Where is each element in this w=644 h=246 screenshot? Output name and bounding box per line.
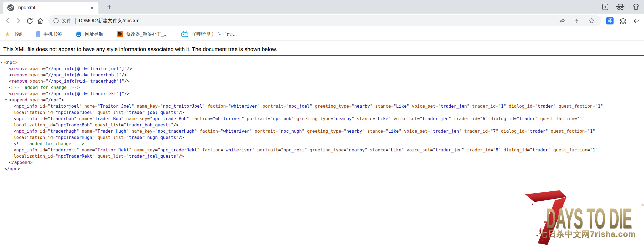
xml-attribute-value: trader_joel_quests — [129, 154, 176, 159]
xml-attribute-value: 1 — [501, 104, 504, 109]
xml-attribute-name: faction — [208, 104, 226, 109]
session-restore-icon[interactable] — [633, 17, 640, 24]
xml-attribute-value: trader_jen — [422, 116, 448, 121]
xml-attribute-name: greeting_type — [315, 104, 349, 109]
xml-tag-name: npc_info — [16, 147, 37, 152]
xml-attribute-name: dialog_id — [490, 116, 514, 121]
xml-attribute-name: quest_faction — [540, 116, 574, 121]
favorite-star-button[interactable] — [587, 16, 596, 26]
xml-line: </npc> — [0, 166, 641, 172]
xml-tag-name: remove — [12, 79, 27, 84]
xml-tag-name: append — [14, 160, 30, 165]
xml-attribute-value: npc_rekt — [283, 147, 304, 152]
xml-attribute-name: trader_id — [464, 129, 488, 134]
xml-attribute-value: trader — [538, 104, 553, 109]
bookmark-item-bilibili[interactable]: 哔哩哔哩 ( ゜- ゜)つ... — [181, 31, 237, 37]
share-button[interactable] — [557, 16, 567, 26]
xml-line: <npc_info id="traderrekt" name="Traitor … — [0, 147, 641, 159]
xml-tag-name: npc_info — [16, 129, 37, 134]
page-favicon-icon — [7, 4, 14, 11]
info-icon[interactable] — [53, 17, 59, 24]
xml-attribute-value: 6 — [482, 116, 485, 121]
xml-attribute-name: id — [40, 104, 45, 109]
xml-viewer-header: This XML file does not appear to have an… — [0, 46, 644, 56]
xml-attribute-value: trader_jen — [433, 129, 459, 134]
xml-attribute-value: Like — [396, 104, 407, 109]
xml-attribute-name: quest_faction — [551, 129, 585, 134]
xml-attribute-value: trader_joel_quests — [129, 110, 176, 115]
xml-line: </append> — [0, 159, 641, 166]
xml-attribute-name: id — [40, 116, 45, 121]
phone-icon — [36, 31, 40, 37]
xml-line: <remove xpath="//npc_info[@id='traderrek… — [0, 91, 641, 97]
xml-attribute-name: localization_id — [14, 154, 53, 159]
xml-attribute-value: nearby — [336, 116, 352, 121]
xml-attribute-value: npc_bob — [273, 116, 291, 121]
extensions-puzzle-icon[interactable] — [620, 17, 627, 24]
forward-button[interactable] — [14, 16, 23, 26]
tab-count-button[interactable]: 1 — [602, 4, 608, 10]
xml-attribute-value: Trader Hugh — [97, 129, 126, 134]
collapse-arrow-icon[interactable]: ▼ — [5, 97, 9, 103]
xml-attribute-value: npc_traderHugh — [158, 129, 194, 134]
xml-attribute-value: 8 — [496, 147, 499, 152]
collapse-arrow-icon[interactable]: ▼ — [1, 59, 4, 66]
xml-style-notice: This XML file does not appear to have an… — [3, 46, 644, 55]
bookmark-label: 网址导航 — [85, 31, 103, 37]
tab-npc-xml[interactable]: npc.xml × — [3, 2, 98, 14]
xml-attribute-value: Like — [388, 129, 399, 134]
xml-attribute-name: quest_faction — [559, 104, 593, 109]
xml-tag-name: npc_info — [16, 104, 37, 109]
logo-registered-mark: ® — [642, 203, 644, 207]
xml-attribute-value: trader_jen — [441, 104, 467, 109]
back-button[interactable] — [3, 16, 13, 26]
logo-subtitle-text: 七日杀中文网7risha.com — [539, 229, 636, 240]
xml-attribute-name: greeting_type — [307, 129, 341, 134]
xml-attribute-name: faction — [192, 116, 210, 121]
url-divider — [75, 18, 76, 24]
bookmark-item-mobile[interactable]: 手机书签 — [36, 31, 62, 37]
refresh-button[interactable] — [24, 16, 34, 26]
bilibili-icon — [181, 31, 188, 37]
xml-attribute-name: stance — [357, 116, 373, 121]
xml-attribute-value: 1 — [590, 129, 593, 134]
home-button[interactable] — [35, 16, 45, 26]
xml-attribute-name: portrait — [247, 116, 268, 121]
new-tab-button[interactable]: + — [105, 2, 114, 11]
xml-tag-name: remove — [12, 66, 27, 71]
xml-attribute-value: npcTraderBob — [58, 122, 90, 127]
tab-close-icon[interactable]: × — [89, 4, 95, 11]
edge-swirl-icon — [76, 31, 82, 37]
xml-attribute-name: name_key — [134, 147, 155, 152]
incognito-icon[interactable] — [615, 3, 625, 10]
bookmark-item-nav[interactable]: 网址导航 — [76, 31, 103, 37]
xml-line: <!-- added for change --> — [0, 84, 641, 91]
xml-attribute-value: npc_traderRekt — [160, 147, 197, 152]
xml-attribute-value: //npc_info[@id='traderrekt'] — [48, 91, 122, 96]
xml-tag-name: append — [12, 97, 27, 102]
theme-shirt-icon[interactable] — [632, 4, 640, 10]
xml-attribute-value: 1 — [580, 116, 582, 121]
xml-attribute-name: dialog_id — [504, 147, 527, 152]
xml-tag-name: remove — [12, 91, 27, 96]
xml-attribute-name: xpath — [30, 97, 43, 102]
xml-attribute-value: Trader Bob — [95, 116, 121, 121]
xml-attribute-value: Traitor Joel — [100, 104, 132, 109]
xml-attribute-value: trader_jen — [435, 147, 462, 152]
xml-attribute-value: trader — [530, 129, 546, 134]
address-bar[interactable]: 文件 D:/MOD/新建文件夹/npc.xml — [48, 15, 601, 26]
url-text[interactable]: D:/MOD/新建文件夹/npc.xml — [79, 17, 141, 24]
xml-attribute-name: portrait — [257, 147, 278, 152]
xml-tag-name: remove — [12, 72, 27, 77]
bookmark-item-shuqian[interactable]: ★ 书签 — [5, 31, 23, 37]
bookmark-item-modifier[interactable]: 游 修改器_游侠补丁_... — [117, 31, 168, 37]
toolbar: 文件 D:/MOD/新建文件夹/npc.xml 译 — [0, 14, 644, 28]
logo-title-text: DAYS TO DIE — [546, 204, 632, 233]
translate-button[interactable]: 译 — [606, 17, 614, 24]
xml-attribute-name: dialog_id — [501, 129, 525, 134]
quick-action-lightning-icon[interactable] — [572, 16, 582, 26]
xml-attribute-name: trader_id — [467, 147, 491, 152]
xml-attribute-name: stance — [375, 104, 391, 109]
xml-tag-name: npc — [7, 60, 15, 65]
xml-attribute-name: faction — [200, 129, 218, 134]
